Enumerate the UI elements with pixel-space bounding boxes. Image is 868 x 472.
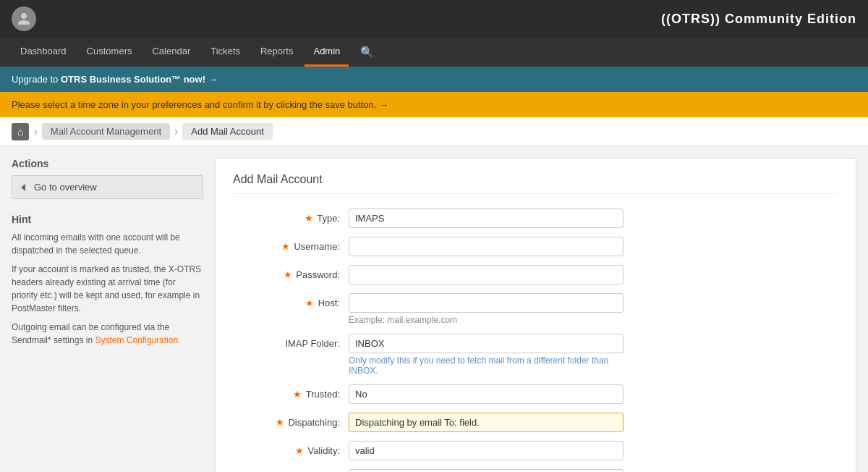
- content-panel: Add Mail Account ★ Type: ★ Username:: [215, 158, 856, 472]
- dispatching-row: ★ Dispatching:: [233, 413, 838, 432]
- system-configuration-link[interactable]: System Configuration.: [95, 335, 180, 345]
- trusted-required: ★: [293, 389, 302, 400]
- comment-label: Comment:: [233, 469, 349, 472]
- password-field: [349, 265, 624, 285]
- hint-title: Hint: [12, 214, 203, 225]
- username-input[interactable]: [349, 237, 624, 256]
- topbar: ((OTRS)) Community Edition: [0, 0, 868, 38]
- username-field: [349, 237, 624, 256]
- imap-folder-input[interactable]: [349, 334, 624, 353]
- comment-field: [349, 469, 624, 472]
- upgrade-bold: OTRS Business Solution™ now!: [61, 74, 205, 85]
- nav-customers[interactable]: Customers: [78, 38, 141, 67]
- breadcrumb-add-mail-account[interactable]: Add Mail Account: [182, 123, 272, 140]
- imap-folder-label: IMAP Folder:: [233, 334, 349, 349]
- go-to-overview-button[interactable]: Go to overview: [12, 175, 203, 199]
- upgrade-arrow: →: [205, 74, 218, 85]
- host-input[interactable]: [349, 293, 624, 313]
- main-layout: Actions Go to overview Hint All incoming…: [0, 146, 868, 472]
- imap-folder-field: Only modify this if you need to fetch ma…: [349, 334, 624, 376]
- upgrade-text: Upgrade to: [12, 74, 61, 85]
- warning-banner: Please select a time zone in your prefer…: [0, 92, 868, 117]
- comment-input[interactable]: [349, 469, 624, 472]
- form-title: Add Mail Account: [233, 173, 838, 194]
- type-row: ★ Type:: [233, 208, 838, 228]
- trusted-field: [349, 384, 624, 404]
- sidebar: Actions Go to overview Hint All incoming…: [12, 158, 203, 472]
- upgrade-banner[interactable]: Upgrade to OTRS Business Solution™ now! …: [0, 67, 868, 92]
- validity-label: ★ Validity:: [233, 441, 349, 456]
- username-row: ★ Username:: [233, 237, 838, 256]
- hint-text-3: Outgoing email can be configured via the…: [12, 321, 203, 347]
- breadcrumb-mail-account-management[interactable]: Mail Account Management: [42, 123, 170, 140]
- validity-field: [349, 441, 624, 460]
- avatar[interactable]: [12, 7, 36, 31]
- trusted-label: ★ Trusted:: [233, 384, 349, 400]
- warning-text: Please select a time zone in your prefer…: [12, 99, 388, 110]
- dispatching-input[interactable]: [349, 413, 624, 432]
- host-required: ★: [305, 298, 314, 308]
- navbar: Dashboard Customers Calendar Tickets Rep…: [0, 38, 868, 67]
- breadcrumb-sep-2: ›: [174, 125, 178, 138]
- dispatching-field: [349, 413, 624, 432]
- password-row: ★ Password:: [233, 265, 838, 285]
- imap-folder-row: IMAP Folder: Only modify this if you nee…: [233, 334, 838, 376]
- brand-title: ((OTRS)) Community Edition: [661, 12, 856, 27]
- dispatching-label: ★ Dispatching:: [233, 413, 349, 428]
- username-required: ★: [281, 241, 290, 252]
- validity-required: ★: [295, 445, 304, 456]
- host-hint: Example: mail.example.com: [349, 315, 624, 325]
- host-row: ★ Host: Example: mail.example.com: [233, 293, 838, 325]
- username-label: ★ Username:: [233, 237, 349, 252]
- hint-text-2: If your account is marked as trusted, th…: [12, 263, 203, 315]
- hint-section: Hint All incoming emails with one accoun…: [12, 214, 203, 347]
- imap-folder-hint: Only modify this if you need to fetch ma…: [349, 355, 624, 376]
- password-label: ★ Password:: [233, 265, 349, 280]
- password-input[interactable]: [349, 265, 624, 285]
- type-input[interactable]: [349, 208, 624, 228]
- type-required: ★: [305, 213, 313, 224]
- host-field: Example: mail.example.com: [349, 293, 624, 325]
- host-label: ★ Host:: [233, 293, 349, 308]
- password-required: ★: [284, 269, 292, 280]
- breadcrumb-home[interactable]: ⌂: [12, 123, 29, 140]
- validity-row: ★ Validity:: [233, 441, 838, 460]
- nav-dashboard[interactable]: Dashboard: [12, 38, 75, 67]
- nav-tickets[interactable]: Tickets: [202, 38, 249, 67]
- nav-calendar[interactable]: Calendar: [143, 38, 199, 67]
- trusted-row: ★ Trusted:: [233, 384, 838, 404]
- home-icon: ⌂: [17, 126, 23, 138]
- trusted-input[interactable]: [349, 384, 624, 404]
- nav-admin[interactable]: Admin: [305, 38, 349, 67]
- search-icon[interactable]: 🔍: [352, 40, 383, 64]
- nav-reports[interactable]: Reports: [252, 38, 302, 67]
- actions-title: Actions: [12, 158, 203, 169]
- comment-row: Comment:: [233, 469, 838, 472]
- dispatching-required: ★: [276, 417, 284, 428]
- arrow-left-icon: [21, 184, 25, 191]
- breadcrumb: ⌂ › Mail Account Management › Add Mail A…: [0, 117, 868, 146]
- hint-text-1: All incoming emails with one account wil…: [12, 231, 203, 257]
- breadcrumb-sep-1: ›: [33, 125, 37, 138]
- validity-input[interactable]: [349, 441, 624, 460]
- go-to-overview-label: Go to overview: [34, 182, 97, 193]
- type-field: [349, 208, 624, 228]
- type-label: ★ Type:: [233, 208, 349, 224]
